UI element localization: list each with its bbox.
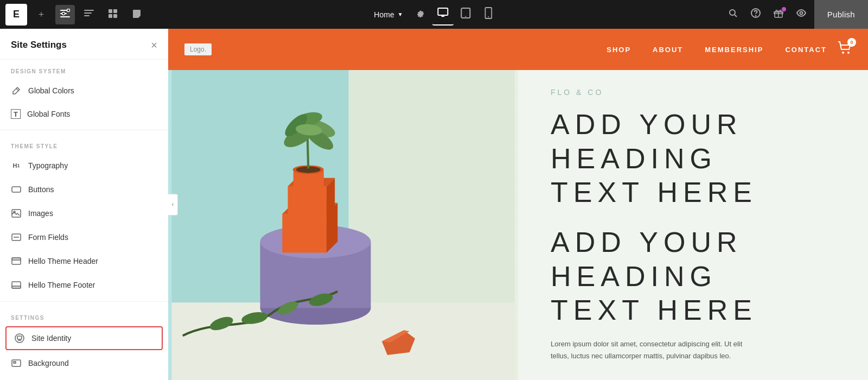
home-label: Home (374, 10, 394, 19)
settings-panel-icon (60, 9, 70, 21)
theme-style-section-label: THEME STYLE (0, 135, 168, 154)
site-identity-icon (14, 333, 25, 344)
website-preview: Logo. SHOP ABOUT MEMBERSHIP CONTACT 0 (168, 29, 868, 380)
heading1-line2: HEADING (551, 143, 717, 174)
logo-placeholder[interactable]: Logo. (184, 43, 212, 55)
plus-icon: ＋ (37, 9, 46, 20)
brand-name: FLO & CO (551, 88, 835, 97)
notes-icon (132, 9, 142, 21)
svg-rect-10 (108, 14, 112, 18)
svg-rect-2 (60, 16, 70, 17)
svg-rect-34 (17, 336, 22, 339)
svg-point-3 (67, 9, 70, 11)
mobile-view-button[interactable] (478, 4, 500, 26)
site-navbar: Logo. SHOP ABOUT MEMBERSHIP CONTACT 0 (168, 29, 868, 70)
nav-link-membership[interactable]: MEMBERSHIP (705, 46, 763, 54)
nav-link-about[interactable]: ABOUT (653, 46, 683, 54)
svg-rect-44 (282, 214, 327, 252)
tablet-view-button[interactable] (455, 4, 477, 26)
pencil-icon (11, 85, 22, 96)
desktop-icon (437, 7, 449, 21)
sidebar-item-hello-theme-footer[interactable]: Hello Theme Footer (0, 273, 168, 297)
collapse-panel-button[interactable]: ‹ (168, 194, 178, 216)
heading1-line1: ADD YOUR (551, 109, 743, 140)
toolbar-left: E ＋ (0, 4, 146, 26)
nav-link-contact[interactable]: CONTACT (785, 46, 827, 54)
logo-letter: E (13, 9, 20, 20)
page-templates-button[interactable] (103, 5, 123, 24)
top-toolbar: E ＋ (0, 0, 868, 29)
hero-left (168, 70, 518, 380)
svg-rect-24 (12, 187, 21, 192)
add-element-button[interactable]: ＋ (31, 5, 51, 24)
images-icon (11, 208, 22, 219)
gear-icon (416, 9, 425, 21)
sidebar-item-global-fonts[interactable]: T Global Fonts (0, 103, 168, 125)
sidebar-item-background[interactable]: Background (0, 351, 168, 375)
close-sidebar-button[interactable]: × (151, 40, 157, 50)
site-hero: FLO & CO ADD YOUR HEADING TEXT HERE ADD … (168, 70, 868, 380)
sidebar-item-global-colors[interactable]: Global Colors (0, 79, 168, 103)
chevron-left-icon: ‹ (172, 201, 174, 207)
svg-rect-5 (84, 10, 94, 11)
publish-button[interactable]: Publish (814, 0, 868, 29)
navigator-button[interactable] (79, 5, 99, 24)
nav-link-shop[interactable]: SHOP (607, 46, 631, 54)
help-button[interactable] (746, 5, 765, 24)
page-settings-button[interactable] (411, 5, 430, 24)
notes-button[interactable] (127, 5, 146, 24)
footer-icon (11, 280, 22, 290)
svg-rect-7 (84, 15, 90, 16)
sidebar-item-hello-theme-header[interactable]: Hello Theme Header (0, 249, 168, 273)
plant-scene (168, 70, 518, 380)
design-system-section-label: DESIGN SYSTEM (0, 60, 168, 79)
sidebar-item-site-identity[interactable]: Site Identity (5, 326, 163, 350)
svg-point-15 (465, 16, 467, 17)
cart-icon[interactable]: 0 (838, 41, 852, 58)
main-content: Site Settings × DESIGN SYSTEM Global Col… (0, 29, 868, 380)
heading2-line2: HEADING (551, 261, 717, 292)
cart-badge: 0 (847, 38, 856, 47)
images-label: Images (28, 209, 53, 218)
svg-point-4 (62, 12, 65, 15)
sidebar-item-images[interactable]: Images (0, 201, 168, 225)
svg-rect-32 (12, 286, 21, 288)
tablet-icon (461, 7, 471, 22)
sidebar-item-form-fields[interactable]: Form Fields (0, 225, 168, 249)
buttons-label: Buttons (28, 185, 54, 194)
hero-heading-2: ADD YOUR HEADING TEXT HERE (551, 225, 835, 327)
divider-2 (0, 301, 168, 302)
svg-point-21 (755, 16, 756, 16)
home-page-button[interactable]: Home ▼ (368, 7, 408, 22)
eye-preview-button[interactable] (792, 5, 811, 24)
svg-rect-6 (84, 12, 92, 14)
sidebar-item-buttons[interactable]: Buttons (0, 178, 168, 201)
hero-heading-1: ADD YOUR HEADING TEXT HERE (551, 107, 835, 209)
typography-icon: H1 (11, 160, 22, 171)
svg-rect-9 (113, 9, 117, 13)
svg-rect-12 (438, 8, 448, 15)
global-colors-label: Global Colors (28, 86, 74, 95)
hero-body-text: Lorem ipsum dolor sit amet, consectetur … (551, 338, 757, 362)
svg-rect-11 (113, 14, 117, 18)
toolbar-center: Home ▼ (368, 4, 499, 26)
background-label: Background (28, 359, 69, 368)
font-icon: T (11, 109, 21, 119)
svg-line-19 (735, 15, 737, 17)
search-button[interactable] (723, 5, 743, 24)
elementor-logo[interactable]: E (5, 4, 27, 26)
svg-point-18 (730, 10, 735, 15)
form-fields-label: Form Fields (28, 233, 68, 242)
desktop-view-button[interactable] (432, 4, 454, 26)
templates-icon (108, 9, 118, 21)
svg-point-37 (847, 52, 850, 54)
gift-notification-dot (782, 7, 786, 11)
svg-point-36 (842, 52, 844, 54)
hello-theme-header-label: Hello Theme Header (28, 257, 98, 265)
sidebar-item-typography[interactable]: H1 Typography (0, 154, 168, 178)
gift-icon-wrap (769, 5, 788, 24)
mobile-icon (485, 7, 493, 22)
site-settings-button[interactable] (55, 5, 75, 24)
eye-icon (796, 8, 806, 21)
svg-rect-13 (442, 16, 445, 17)
